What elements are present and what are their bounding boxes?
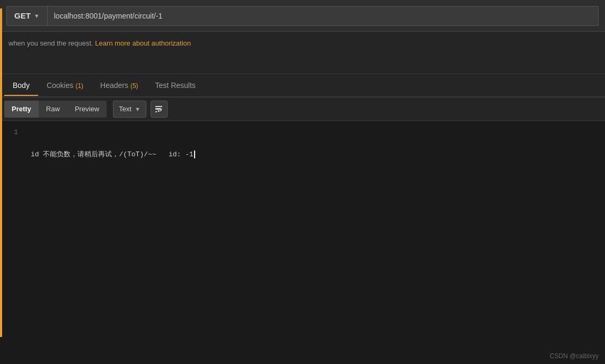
method-chevron-icon: ▼ [34, 13, 40, 19]
tab-body-label: Body [13, 81, 30, 90]
tab-test-results-label: Test Results [155, 81, 196, 90]
code-content[interactable]: id 不能负数，请稍后再试，/(ToT)/~~ id: -1 [27, 121, 605, 364]
preview-button[interactable]: Preview [67, 101, 107, 118]
text-format-dropdown[interactable]: Text ▼ [113, 101, 146, 118]
auth-text: when you send the request. Learn more ab… [8, 38, 191, 49]
tab-body[interactable]: Body [4, 76, 38, 96]
line-number-1: 1 [4, 127, 22, 138]
tab-headers-label: Headers [100, 81, 128, 90]
method-label: GET [14, 11, 31, 20]
method-button[interactable]: GET ▼ [6, 6, 48, 26]
code-editor: 1 id 不能负数，请稍后再试，/(ToT)/~~ id: -1 [0, 121, 605, 364]
left-border-indicator [0, 8, 2, 337]
tab-test-results[interactable]: Test Results [147, 76, 204, 96]
tab-cookies[interactable]: Cookies (1) [38, 76, 92, 96]
view-mode-group: Pretty Raw Preview [4, 101, 107, 118]
url-input[interactable] [48, 6, 599, 26]
watermark: CSDN @caibixyy [550, 352, 599, 360]
text-format-chevron-icon: ▼ [135, 106, 141, 112]
wrap-button[interactable] [151, 101, 168, 118]
raw-button[interactable]: Raw [39, 101, 67, 118]
format-bar: Pretty Raw Preview Text ▼ [0, 97, 605, 121]
tabs-bar: Body Cookies (1) Headers (5) Test Result… [0, 74, 605, 97]
tab-headers[interactable]: Headers (5) [92, 76, 146, 96]
url-bar: GET ▼ [0, 0, 605, 32]
wrap-icon [155, 105, 163, 113]
line-numbers: 1 [0, 121, 27, 364]
pretty-button[interactable]: Pretty [4, 101, 39, 118]
code-line-1: id 不能负数，请稍后再试，/(ToT)/~~ id: -1 [31, 149, 601, 161]
tab-cookies-label: Cookies [47, 81, 74, 90]
text-format-label: Text [119, 105, 131, 113]
text-cursor [194, 150, 195, 158]
tab-headers-badge: (5) [130, 82, 138, 90]
code-text: id 不能负数，请稍后再试，/(ToT)/~~ id: -1 [31, 149, 194, 161]
auth-section: when you send the request. Learn more ab… [0, 32, 605, 74]
tab-cookies-badge: (1) [75, 82, 83, 90]
auth-link[interactable]: Learn more about authorization [95, 39, 191, 47]
